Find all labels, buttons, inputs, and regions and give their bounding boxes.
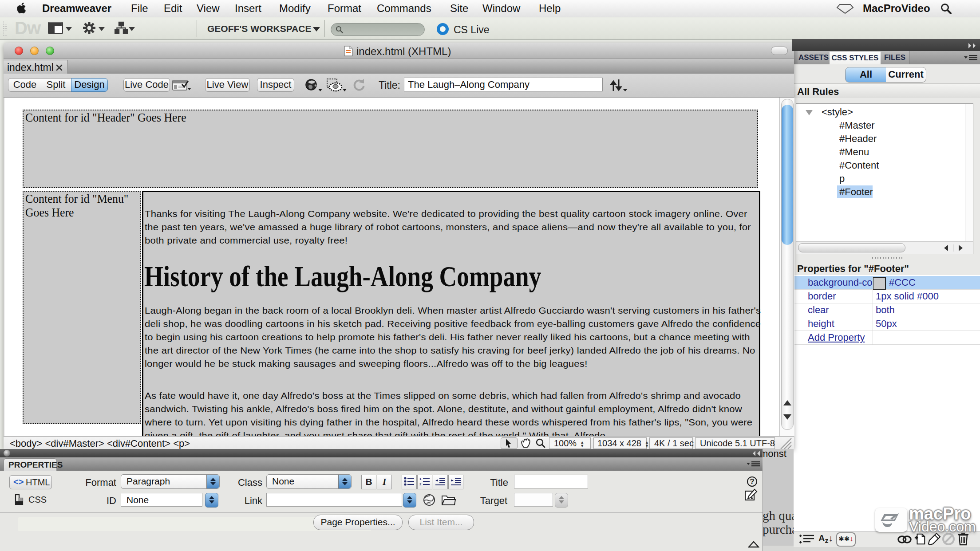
svg-text:2: 2 (419, 482, 422, 486)
svg-text:1: 1 (419, 477, 422, 481)
